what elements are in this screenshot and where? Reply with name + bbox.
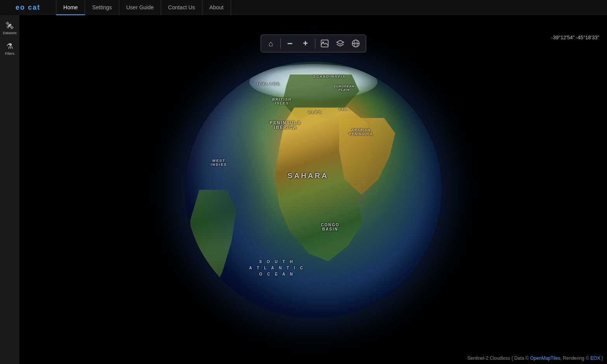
toolbar-separator-1 — [280, 38, 281, 49]
nav-item-contact-us[interactable]: Contact Us — [161, 0, 202, 15]
nav-item-about[interactable]: About — [202, 0, 231, 15]
atlantic-ocean — [198, 113, 275, 267]
globe[interactable]: ICELAND SCANDINAVIA BRITISHISLES ALPS EU… — [185, 62, 442, 318]
footer: Sentinel-2 Cloudless { Data © OpenMapTil… — [468, 355, 603, 361]
svg-point-3 — [354, 40, 357, 47]
nav-item-home[interactable]: Home — [56, 0, 85, 15]
brand-text: eo cat — [16, 3, 40, 11]
nav-links: Home Settings User Guide Contact Us Abou… — [56, 0, 607, 15]
toolbar-globe-button[interactable] — [349, 36, 363, 50]
svg-point-1 — [322, 42, 324, 43]
footer-link-openmaptiles[interactable]: OpenMapTiles — [530, 355, 560, 361]
filters-icon: ⚗ — [6, 42, 13, 51]
toolbar-separator-2 — [315, 38, 315, 49]
footer-text-suffix: } — [600, 355, 603, 361]
svg-point-2 — [352, 40, 359, 47]
sidebar-item-filters[interactable]: ⚗ Filters — [1, 39, 18, 58]
toolbar-zoom-in-button[interactable]: + — [299, 36, 313, 50]
top-navigation: eo cat Home Settings User Guide Contact … — [0, 0, 607, 15]
datasets-icon: 🛰 — [6, 21, 14, 30]
filters-label: Filters — [5, 52, 15, 55]
map-toolbar: ⌂ − + — [261, 35, 366, 52]
coordinates-display: -39°12'54" -45°18'33" — [551, 35, 599, 40]
sidebar: 🛰 Datasets ⚗ Filters — [0, 15, 19, 364]
footer-text-middle: , Rendering © — [560, 355, 591, 361]
globe-container[interactable]: ⌂ − + -39°12'54" -45 — [19, 15, 607, 364]
toolbar-image-button[interactable] — [318, 36, 332, 50]
footer-link-eox[interactable]: EOX — [590, 355, 600, 361]
nav-item-settings[interactable]: Settings — [85, 0, 119, 15]
label-south-atlantic: S O U T HA T L A N T I CO C E A N — [249, 259, 305, 277]
footer-text-prefix: Sentinel-2 Cloudless { Data © — [468, 355, 530, 361]
sidebar-item-datasets[interactable]: 🛰 Datasets — [1, 19, 18, 37]
toolbar-zoom-out-button[interactable]: − — [283, 36, 297, 50]
brand-logo: eo cat — [0, 3, 56, 12]
toolbar-layers-button[interactable] — [333, 36, 347, 50]
toolbar-home-button[interactable]: ⌂ — [264, 36, 278, 50]
nav-item-user-guide[interactable]: User Guide — [119, 0, 161, 15]
datasets-label: Datasets — [3, 31, 17, 35]
